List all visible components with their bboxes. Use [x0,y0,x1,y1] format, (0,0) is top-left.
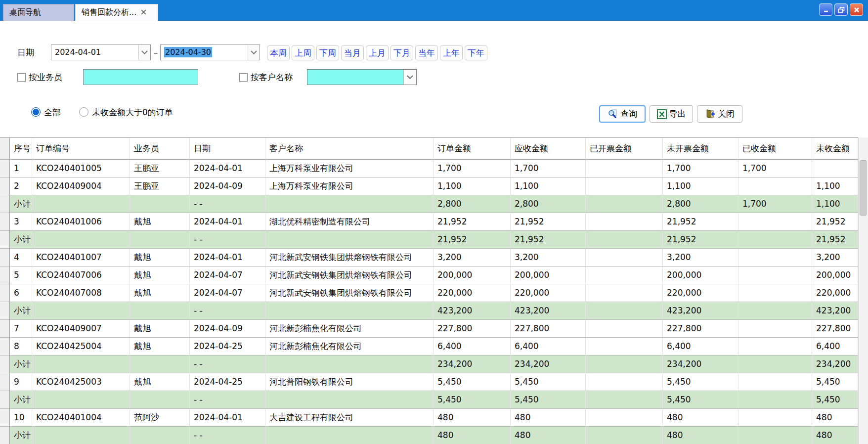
quick-range-last-week[interactable]: 上周 [292,45,314,60]
row-selector[interactable] [0,284,10,302]
table-cell[interactable]: 423,200 [663,302,738,320]
table-cell[interactable]: 6,400 [812,338,858,355]
table-cell[interactable]: 3 [10,213,32,231]
table-cell[interactable]: 480 [434,427,511,444]
table-cell[interactable]: KCO240425003 [32,373,130,391]
table-cell[interactable] [738,409,812,427]
table-cell[interactable]: 小计 [10,391,32,409]
table-cell[interactable] [586,355,663,373]
subtotal-row[interactable]: 小计- -480480480480 [0,427,858,444]
row-selector[interactable] [0,338,10,355]
table-cell[interactable]: 3,200 [812,249,858,266]
table-cell[interactable] [738,355,812,373]
table-cell[interactable]: 2024-04-01 [190,409,265,427]
column-header-customer[interactable]: 客户名称 [265,138,434,159]
table-cell[interactable]: 王鹏亚 [130,160,190,178]
table-cell[interactable]: 2024-04-01 [190,249,265,266]
table-cell[interactable]: 6,400 [511,338,586,355]
table-cell[interactable]: 2024-04-25 [190,338,265,355]
row-selector[interactable] [0,249,10,266]
table-cell[interactable] [738,249,812,266]
row-selector[interactable] [0,355,10,373]
table-cell[interactable]: 7 [10,320,32,338]
table-row[interactable]: 1KCO240401005王鹏亚2024-04-01上海万科泵业有限公司1,70… [0,160,858,178]
radio-unpaid-orders[interactable] [79,107,88,117]
table-cell[interactable] [265,195,434,213]
table-cell[interactable]: 5,450 [812,391,858,409]
table-cell[interactable]: 21,952 [812,231,858,249]
table-cell[interactable]: 200,000 [663,266,738,284]
table-cell[interactable]: 5,450 [812,373,858,391]
quick-range-next-year[interactable]: 下年 [465,45,487,60]
table-cell[interactable] [32,391,130,409]
table-cell[interactable]: 9 [10,373,32,391]
row-selector[interactable] [0,266,10,284]
table-cell[interactable]: 1,700 [511,160,586,178]
table-cell[interactable]: 戴旭 [130,320,190,338]
table-cell[interactable] [130,231,190,249]
date-to-combobox[interactable]: 2024-04-30 [160,44,260,60]
subtotal-row[interactable]: 小计- -234,200234,200234,200234,200 [0,355,858,373]
table-cell[interactable]: 5,450 [434,373,511,391]
table-cell[interactable] [586,284,663,302]
table-cell[interactable]: 2,800 [511,195,586,213]
table-cell[interactable]: 220,000 [511,284,586,302]
table-cell[interactable]: 227,800 [663,320,738,338]
table-cell[interactable]: 21,952 [511,213,586,231]
table-cell[interactable] [738,427,812,444]
vertical-scrollbar[interactable] [858,137,868,444]
table-cell[interactable]: 480 [812,427,858,444]
table-cell[interactable]: 220,000 [812,284,858,302]
table-cell[interactable]: 2024-04-09 [190,178,265,195]
table-cell[interactable]: 234,200 [511,355,586,373]
table-cell[interactable]: 2 [10,178,32,195]
quick-range-next-month[interactable]: 下月 [391,45,413,60]
table-cell[interactable] [738,213,812,231]
table-cell[interactable] [586,373,663,391]
quick-range-this-year[interactable]: 当年 [415,45,438,60]
table-cell[interactable] [738,302,812,320]
row-selector[interactable] [0,195,10,213]
row-selector[interactable] [0,160,10,178]
table-cell[interactable]: KCO240401005 [32,160,130,178]
table-cell[interactable]: 5,450 [434,391,511,409]
table-cell[interactable]: 小计 [10,427,32,444]
table-cell[interactable]: 423,200 [812,302,858,320]
table-cell[interactable] [738,284,812,302]
table-cell[interactable]: KCO240401007 [32,249,130,266]
query-button[interactable]: 查询 [599,105,646,123]
table-cell[interactable]: 6 [10,284,32,302]
column-header-invoiced[interactable]: 已开票金额 [586,138,663,159]
table-cell[interactable]: 423,200 [434,302,511,320]
table-row[interactable]: 10KCO240401004范阿沙2024-04-01大吉建设工程有限公司480… [0,409,858,427]
table-cell[interactable]: 480 [434,409,511,427]
table-cell[interactable]: 3,200 [511,249,586,266]
table-cell[interactable]: 小计 [10,231,32,249]
close-form-button[interactable]: 关闭 [697,105,742,123]
table-cell[interactable]: 8 [10,338,32,355]
quick-range-this-month[interactable]: 当月 [341,45,364,60]
customer-combobox[interactable] [307,69,417,85]
table-cell[interactable]: 5,450 [511,391,586,409]
quick-range-this-week[interactable]: 本周 [267,45,290,60]
table-cell[interactable]: 河北新武安钢铁集团烘熔钢铁有限公司 [265,284,434,302]
table-cell[interactable] [586,178,663,195]
column-header-received[interactable]: 已收金额 [738,138,812,159]
table-cell[interactable]: 220,000 [663,284,738,302]
table-cell[interactable] [265,391,434,409]
table-cell[interactable] [586,160,663,178]
quick-range-last-month[interactable]: 上月 [366,45,389,60]
table-cell[interactable]: 21,952 [663,231,738,249]
table-row[interactable]: 4KCO240401007戴旭2024-04-01河北新武安钢铁集团烘熔钢铁有限… [0,249,858,266]
table-cell[interactable]: 6,400 [663,338,738,355]
column-header-seq[interactable]: 序号 [10,138,32,159]
table-cell[interactable]: - - [190,427,265,444]
table-cell[interactable]: 220,000 [434,284,511,302]
table-cell[interactable] [265,231,434,249]
table-cell[interactable]: KCO240401004 [32,409,130,427]
table-cell[interactable]: 200,000 [434,266,511,284]
export-button[interactable]: 导出 [650,105,693,123]
table-cell[interactable]: 227,800 [511,320,586,338]
table-cell[interactable] [586,409,663,427]
table-cell[interactable]: 5,450 [663,373,738,391]
